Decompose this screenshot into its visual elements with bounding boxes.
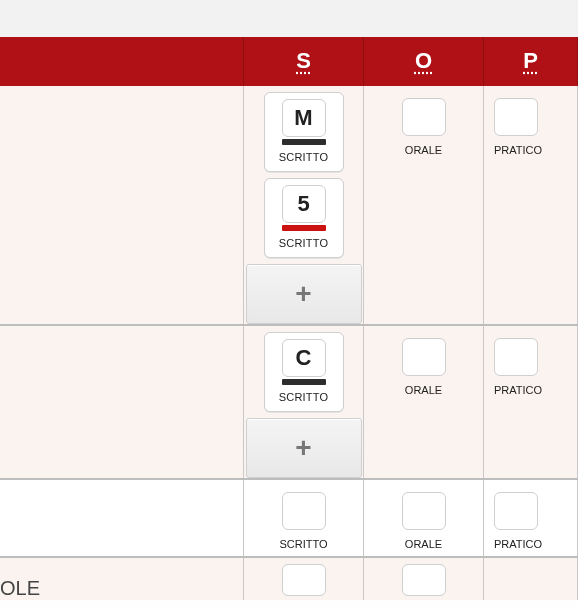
- grade-value: 5: [282, 185, 326, 223]
- header-col-orale[interactable]: O: [364, 37, 484, 85]
- grade-value-empty: [402, 338, 446, 376]
- grades-table: S O P M SCRITTO 5 SCRITTO + ORALE: [0, 37, 578, 600]
- pratico-cell: PRATICO: [484, 326, 578, 478]
- grade-item[interactable]: SCRITTO: [244, 486, 363, 550]
- subject-name: OLE: [0, 558, 244, 600]
- grade-value-empty: [402, 98, 446, 136]
- grade-value-empty[interactable]: [282, 564, 326, 596]
- grade-value-empty[interactable]: [402, 564, 446, 596]
- grade-value-empty: [402, 492, 446, 530]
- grade-type-label: PRATICO: [494, 538, 542, 550]
- grade-bar: [282, 225, 326, 231]
- grade-value-empty: [282, 492, 326, 530]
- grade-item[interactable]: M SCRITTO: [264, 92, 344, 172]
- scritto-cell: [244, 558, 364, 600]
- subject-name: [0, 86, 244, 324]
- subject-row: M SCRITTO 5 SCRITTO + ORALE PRATICO: [0, 86, 578, 326]
- grade-value-empty: [494, 98, 538, 136]
- grade-value: C: [282, 339, 326, 377]
- grade-type-label: SCRITTO: [279, 151, 328, 163]
- grade-value: M: [282, 99, 326, 137]
- header-letter-p: P: [484, 37, 577, 85]
- orale-cell: ORALE: [364, 480, 484, 556]
- header-col-scritto[interactable]: S: [244, 37, 364, 85]
- orale-cell: ORALE: [364, 326, 484, 478]
- pratico-cell: [484, 558, 578, 600]
- grade-item[interactable]: PRATICO: [494, 332, 578, 396]
- grade-value-empty: [494, 492, 538, 530]
- header-subject-col: [0, 37, 244, 85]
- add-grade-button[interactable]: +: [246, 418, 362, 478]
- header-letter-s: S: [244, 37, 363, 85]
- header-letter-o: O: [364, 37, 483, 85]
- grade-type-label: SCRITTO: [279, 391, 328, 403]
- grade-item[interactable]: ORALE: [364, 486, 483, 550]
- subject-row: OLE: [0, 558, 578, 600]
- grade-value-empty: [494, 338, 538, 376]
- plus-icon: +: [295, 432, 311, 464]
- grade-type-label: ORALE: [405, 538, 442, 550]
- subject-row: SCRITTO ORALE PRATICO: [0, 480, 578, 558]
- orale-cell: [364, 558, 484, 600]
- subject-name: [0, 326, 244, 478]
- scritto-cell: C SCRITTO +: [244, 326, 364, 478]
- grade-type-label: SCRITTO: [279, 237, 328, 249]
- plus-icon: +: [295, 278, 311, 310]
- scritto-cell: M SCRITTO 5 SCRITTO +: [244, 86, 364, 324]
- grade-item[interactable]: ORALE: [364, 332, 483, 396]
- grade-bar: [282, 379, 326, 385]
- grade-type-label: ORALE: [405, 384, 442, 396]
- add-grade-button[interactable]: +: [246, 264, 362, 324]
- grade-item[interactable]: ORALE: [364, 92, 483, 156]
- grade-item[interactable]: PRATICO: [494, 486, 578, 550]
- grade-item[interactable]: PRATICO: [494, 92, 578, 156]
- grade-type-label: ORALE: [405, 144, 442, 156]
- grade-item[interactable]: C SCRITTO: [264, 332, 344, 412]
- subject-row: C SCRITTO + ORALE PRATICO: [0, 326, 578, 480]
- grade-bar: [282, 139, 326, 145]
- subject-name: [0, 480, 244, 556]
- header-col-pratico[interactable]: P: [484, 37, 578, 85]
- pratico-cell: PRATICO: [484, 480, 578, 556]
- grade-type-label: SCRITTO: [279, 538, 327, 550]
- grade-type-label: PRATICO: [494, 144, 542, 156]
- grade-item[interactable]: 5 SCRITTO: [264, 178, 344, 258]
- grade-type-label: PRATICO: [494, 384, 542, 396]
- scritto-cell: SCRITTO: [244, 480, 364, 556]
- orale-cell: ORALE: [364, 86, 484, 324]
- top-gap: [0, 0, 578, 37]
- pratico-cell: PRATICO: [484, 86, 578, 324]
- table-header: S O P: [0, 37, 578, 86]
